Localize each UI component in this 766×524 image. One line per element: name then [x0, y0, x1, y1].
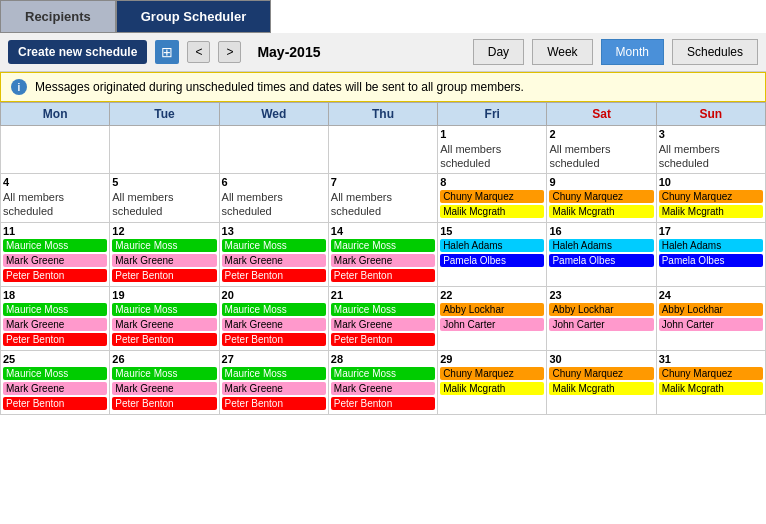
person-chip[interactable]: Pamela Olbes: [440, 254, 544, 267]
calendar-cell[interactable]: 4All members scheduled: [1, 173, 110, 222]
person-chip[interactable]: Maurice Moss: [331, 367, 435, 380]
person-chip[interactable]: Maurice Moss: [222, 303, 326, 316]
calendar-cell[interactable]: 20Maurice MossMark GreenePeter Benton: [219, 286, 328, 350]
person-chip[interactable]: Chuny Marquez: [549, 190, 653, 203]
person-chip[interactable]: Peter Benton: [222, 397, 326, 410]
create-schedule-button[interactable]: Create new schedule: [8, 40, 147, 64]
tab-recipients[interactable]: Recipients: [0, 0, 116, 33]
view-week-button[interactable]: Week: [532, 39, 592, 65]
person-chip[interactable]: Malik Mcgrath: [549, 205, 653, 218]
person-chip[interactable]: Mark Greene: [112, 318, 216, 331]
person-chip[interactable]: Mark Greene: [3, 318, 107, 331]
calendar-cell[interactable]: 15Haleh AdamsPamela Olbes: [438, 222, 547, 286]
tab-group-scheduler[interactable]: Group Scheduler: [116, 0, 271, 33]
calendar-cell[interactable]: 26Maurice MossMark GreenePeter Benton: [110, 350, 219, 414]
person-chip[interactable]: Chuny Marquez: [659, 190, 763, 203]
person-chip[interactable]: Peter Benton: [3, 397, 107, 410]
person-chip[interactable]: Peter Benton: [222, 269, 326, 282]
person-chip[interactable]: John Carter: [549, 318, 653, 331]
person-chip[interactable]: John Carter: [659, 318, 763, 331]
person-chip[interactable]: Malik Mcgrath: [440, 205, 544, 218]
person-chip[interactable]: Peter Benton: [222, 333, 326, 346]
person-chip[interactable]: Abby Lockhar: [659, 303, 763, 316]
person-chip[interactable]: Malik Mcgrath: [440, 382, 544, 395]
person-chip[interactable]: Mark Greene: [331, 318, 435, 331]
person-chip[interactable]: Chuny Marquez: [659, 367, 763, 380]
calendar-cell[interactable]: [1, 126, 110, 174]
calendar-cell[interactable]: [219, 126, 328, 174]
person-chip[interactable]: Haleh Adams: [659, 239, 763, 252]
person-chip[interactable]: Peter Benton: [112, 397, 216, 410]
calendar-cell[interactable]: [328, 126, 437, 174]
calendar-cell[interactable]: 8Chuny MarquezMalik Mcgrath: [438, 173, 547, 222]
person-chip[interactable]: Mark Greene: [331, 254, 435, 267]
calendar-cell[interactable]: 27Maurice MossMark GreenePeter Benton: [219, 350, 328, 414]
person-chip[interactable]: Maurice Moss: [3, 239, 107, 252]
person-chip[interactable]: Pamela Olbes: [549, 254, 653, 267]
person-chip[interactable]: Maurice Moss: [3, 303, 107, 316]
calendar-cell[interactable]: 12Maurice MossMark GreenePeter Benton: [110, 222, 219, 286]
calendar-cell[interactable]: 7All members scheduled: [328, 173, 437, 222]
calendar-cell[interactable]: 11Maurice MossMark GreenePeter Benton: [1, 222, 110, 286]
person-chip[interactable]: Maurice Moss: [331, 303, 435, 316]
person-chip[interactable]: Maurice Moss: [331, 239, 435, 252]
person-chip[interactable]: Chuny Marquez: [549, 367, 653, 380]
calendar-cell[interactable]: 31Chuny MarquezMalik Mcgrath: [656, 350, 765, 414]
person-chip[interactable]: Maurice Moss: [112, 303, 216, 316]
calendar-cell[interactable]: 13Maurice MossMark GreenePeter Benton: [219, 222, 328, 286]
calendar-cell[interactable]: 29Chuny MarquezMalik Mcgrath: [438, 350, 547, 414]
calendar-cell[interactable]: 9Chuny MarquezMalik Mcgrath: [547, 173, 656, 222]
calendar-cell[interactable]: 21Maurice MossMark GreenePeter Benton: [328, 286, 437, 350]
view-day-button[interactable]: Day: [473, 39, 524, 65]
person-chip[interactable]: Mark Greene: [331, 382, 435, 395]
person-chip[interactable]: Pamela Olbes: [659, 254, 763, 267]
calendar-cell[interactable]: 18Maurice MossMark GreenePeter Benton: [1, 286, 110, 350]
calendar-cell[interactable]: 30Chuny MarquezMalik Mcgrath: [547, 350, 656, 414]
person-chip[interactable]: Mark Greene: [222, 254, 326, 267]
calendar-cell[interactable]: 3All members scheduled: [656, 126, 765, 174]
prev-month-button[interactable]: <: [187, 41, 210, 63]
calendar-cell[interactable]: 16Haleh AdamsPamela Olbes: [547, 222, 656, 286]
person-chip[interactable]: Mark Greene: [3, 382, 107, 395]
person-chip[interactable]: Maurice Moss: [112, 367, 216, 380]
calendar-cell[interactable]: 19Maurice MossMark GreenePeter Benton: [110, 286, 219, 350]
person-chip[interactable]: Haleh Adams: [549, 239, 653, 252]
person-chip[interactable]: Mark Greene: [222, 318, 326, 331]
person-chip[interactable]: Mark Greene: [112, 254, 216, 267]
person-chip[interactable]: Abby Lockhar: [549, 303, 653, 316]
person-chip[interactable]: Peter Benton: [331, 269, 435, 282]
person-chip[interactable]: Mark Greene: [222, 382, 326, 395]
person-chip[interactable]: Haleh Adams: [440, 239, 544, 252]
person-chip[interactable]: Maurice Moss: [112, 239, 216, 252]
person-chip[interactable]: Maurice Moss: [222, 367, 326, 380]
person-chip[interactable]: Peter Benton: [3, 269, 107, 282]
person-chip[interactable]: Malik Mcgrath: [549, 382, 653, 395]
person-chip[interactable]: Maurice Moss: [222, 239, 326, 252]
person-chip[interactable]: Peter Benton: [331, 333, 435, 346]
person-chip[interactable]: Peter Benton: [3, 333, 107, 346]
person-chip[interactable]: Chuny Marquez: [440, 190, 544, 203]
person-chip[interactable]: Abby Lockhar: [440, 303, 544, 316]
person-chip[interactable]: Mark Greene: [112, 382, 216, 395]
person-chip[interactable]: Peter Benton: [112, 333, 216, 346]
calendar-cell[interactable]: 23Abby LockharJohn Carter: [547, 286, 656, 350]
person-chip[interactable]: Chuny Marquez: [440, 367, 544, 380]
calendar-cell[interactable]: 17Haleh AdamsPamela Olbes: [656, 222, 765, 286]
person-chip[interactable]: Peter Benton: [331, 397, 435, 410]
calendar-cell[interactable]: 5All members scheduled: [110, 173, 219, 222]
calendar-cell[interactable]: 24Abby LockharJohn Carter: [656, 286, 765, 350]
calendar-cell[interactable]: 28Maurice MossMark GreenePeter Benton: [328, 350, 437, 414]
calendar-cell[interactable]: 25Maurice MossMark GreenePeter Benton: [1, 350, 110, 414]
person-chip[interactable]: Mark Greene: [3, 254, 107, 267]
calendar-cell[interactable]: 14Maurice MossMark GreenePeter Benton: [328, 222, 437, 286]
view-schedules-button[interactable]: Schedules: [672, 39, 758, 65]
calendar-cell[interactable]: 6All members scheduled: [219, 173, 328, 222]
calendar-cell[interactable]: 1All members scheduled: [438, 126, 547, 174]
view-month-button[interactable]: Month: [601, 39, 664, 65]
person-chip[interactable]: John Carter: [440, 318, 544, 331]
grid-view-icon[interactable]: ⊞: [155, 40, 179, 64]
person-chip[interactable]: Malik Mcgrath: [659, 205, 763, 218]
calendar-cell[interactable]: 22Abby LockharJohn Carter: [438, 286, 547, 350]
person-chip[interactable]: Peter Benton: [112, 269, 216, 282]
person-chip[interactable]: Maurice Moss: [3, 367, 107, 380]
